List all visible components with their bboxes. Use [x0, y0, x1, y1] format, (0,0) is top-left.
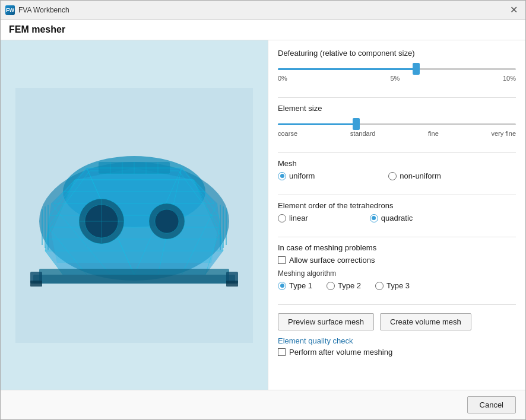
size-very-fine: very fine	[491, 130, 516, 137]
divider-2	[278, 152, 516, 153]
element-size-label: Element size	[278, 104, 516, 113]
mesh-nonuniform-option[interactable]: non-uniform	[388, 171, 441, 180]
element-size-slider-container[interactable]: coarse standard fine very fine	[278, 116, 516, 138]
titlebar-title: FVA Workbench	[18, 6, 69, 14]
defeaturing-label: Defeaturing (relative to component size)	[278, 49, 516, 58]
element-order-radio-group: linear quadratic	[278, 214, 516, 222]
allow-surface-corrections-label: Allow surface corrections	[289, 256, 375, 265]
size-fine: fine	[428, 130, 439, 137]
meshing-problems-label: In case of meshing problems	[278, 243, 516, 252]
mesh-nonuniform-radio[interactable]	[388, 172, 397, 180]
defeaturing-labels: 0% 5% 10%	[278, 75, 516, 82]
preview-surface-mesh-button[interactable]: Preview surface mesh	[278, 313, 374, 330]
perform-after-meshing-item[interactable]: Perform after volume meshing	[278, 348, 516, 357]
main-content: Defeaturing (relative to component size)…	[1, 40, 525, 390]
mesh-preview-panel	[1, 40, 268, 390]
size-coarse: coarse	[278, 130, 297, 137]
allow-surface-corrections-checkbox[interactable]	[278, 256, 286, 264]
element-size-labels: coarse standard fine very fine	[278, 130, 516, 137]
linear-radio[interactable]	[278, 214, 286, 222]
svg-marker-34	[51, 168, 217, 263]
type1-label: Type 1	[289, 281, 312, 290]
app-icon: FW	[5, 5, 15, 15]
defeaturing-slider-container[interactable]: 0% 5% 10%	[278, 61, 516, 83]
divider-5	[278, 304, 516, 305]
size-standard: standard	[350, 130, 376, 137]
mesh-uniform-dot	[280, 174, 284, 178]
perform-after-meshing-checkbox[interactable]	[278, 348, 286, 356]
type2-radio[interactable]	[327, 282, 335, 290]
mesh-label: Mesh	[278, 159, 516, 168]
type3-radio[interactable]	[375, 282, 384, 290]
svg-rect-46	[33, 275, 235, 284]
mesh-nonuniform-label: non-uniform	[400, 171, 441, 180]
quadratic-dot	[372, 216, 376, 220]
element-size-section: Element size coarse standard fine very f…	[278, 104, 516, 138]
titlebar-left: FW FVA Workbench	[5, 5, 69, 15]
cancel-button[interactable]: Cancel	[467, 396, 516, 413]
algorithm-radio-group: Type 1 Type 2 Type 3	[278, 281, 516, 290]
type3-option[interactable]: Type 3	[375, 281, 410, 290]
action-buttons: Preview surface mesh Create volume mesh	[278, 313, 516, 330]
titlebar: FW FVA Workbench ✕	[1, 1, 525, 20]
type3-label: Type 3	[386, 281, 410, 290]
controls-panel: Defeaturing (relative to component size)…	[268, 40, 525, 390]
defeaturing-mid: 5%	[390, 75, 400, 82]
divider-3	[278, 195, 516, 195]
type2-option[interactable]: Type 2	[327, 281, 361, 290]
svg-rect-49	[30, 281, 42, 287]
allow-surface-corrections-item[interactable]: Allow surface corrections	[278, 256, 516, 265]
quadratic-option[interactable]: quadratic	[370, 214, 413, 222]
type1-dot	[280, 284, 284, 288]
divider-4	[278, 237, 516, 237]
create-volume-mesh-button[interactable]: Create volume mesh	[380, 313, 471, 330]
meshing-problems-section: In case of meshing problems Allow surfac…	[278, 243, 516, 290]
divider-1	[278, 97, 516, 98]
type2-label: Type 2	[338, 281, 361, 290]
defeaturing-thumb[interactable]	[413, 63, 420, 75]
main-window: FW FVA Workbench ✕ FEM mesher	[0, 0, 526, 420]
mesh-uniform-label: uniform	[289, 171, 315, 180]
mesh-svg	[15, 88, 253, 343]
mesh-radio-group: uniform non-uniform	[278, 171, 516, 180]
type1-option[interactable]: Type 1	[278, 281, 312, 290]
defeaturing-min: 0%	[278, 75, 287, 82]
svg-rect-50	[226, 281, 238, 287]
defeaturing-track	[278, 68, 516, 70]
close-button[interactable]: ✕	[506, 3, 521, 17]
quadratic-radio[interactable]	[370, 214, 378, 222]
linear-option[interactable]: linear	[278, 214, 308, 222]
element-order-section: Element order of the tetrahedrons linear…	[278, 201, 516, 222]
element-quality-label: Element quality check	[278, 336, 516, 345]
element-size-track	[278, 123, 516, 125]
element-size-thumb[interactable]	[353, 118, 360, 130]
mesh-section: Mesh uniform non-uniform	[278, 159, 516, 180]
footer-bar: Cancel	[1, 390, 525, 419]
mesh-uniform-radio[interactable]	[278, 172, 286, 180]
algorithm-label: Meshing algorithm	[278, 269, 516, 278]
defeaturing-max: 10%	[503, 75, 516, 82]
element-order-label: Element order of the tetrahedrons	[278, 201, 516, 210]
type1-radio[interactable]	[278, 282, 286, 290]
quadratic-label: quadratic	[381, 214, 413, 222]
linear-label: linear	[289, 214, 308, 222]
perform-after-meshing-label: Perform after volume meshing	[289, 348, 392, 357]
defeaturing-fill	[278, 68, 416, 70]
mesh-uniform-option[interactable]: uniform	[278, 171, 315, 180]
page-title: FEM mesher	[1, 20, 525, 40]
defeaturing-section: Defeaturing (relative to component size)…	[278, 49, 516, 83]
element-quality-section: Element quality check Perform after volu…	[278, 336, 516, 357]
element-size-fill	[278, 123, 356, 125]
